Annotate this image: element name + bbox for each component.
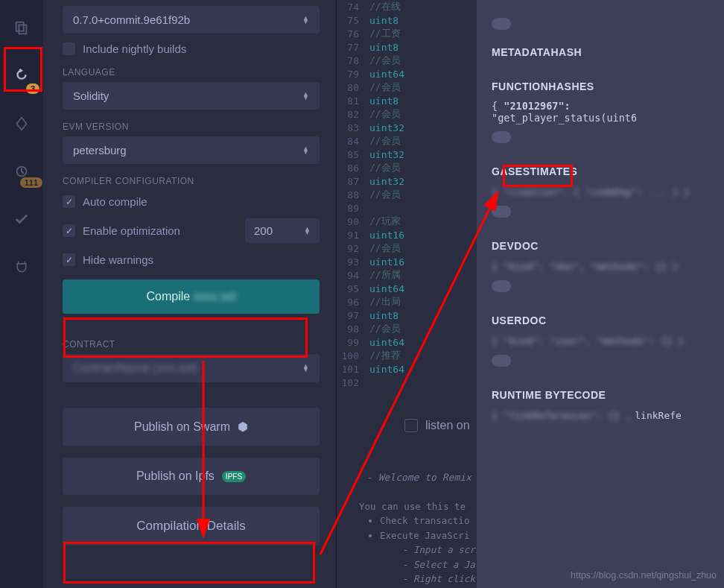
devdoc-content: { "kind": "dev", "methods": {} } bbox=[492, 261, 678, 272]
chevron-updown-icon: ▲▼ bbox=[302, 92, 309, 100]
fn-key: "21012967": bbox=[504, 100, 570, 112]
metadatahash-heading: METADATAHASH bbox=[492, 46, 709, 58]
compilation-details-button[interactable]: Compilation Details bbox=[63, 507, 320, 546]
devdoc-heading: DEVDOC bbox=[492, 240, 709, 252]
chevron-updown-icon: ▲▼ bbox=[302, 364, 309, 372]
publish-ipfs-label: Publish on Ipfs bbox=[136, 470, 215, 483]
copy-pill[interactable] bbox=[492, 18, 511, 30]
link-ref: linkRefe bbox=[635, 410, 682, 421]
deploy-icon[interactable] bbox=[8, 110, 35, 137]
nightly-checkbox-row[interactable]: Include nightly builds bbox=[63, 42, 320, 55]
auto-compile-label: Auto compile bbox=[83, 195, 147, 208]
chevron-updown-icon: ▲▼ bbox=[304, 227, 311, 235]
compiler-version-value: 0.7.0+commit.9e61f92b bbox=[73, 13, 190, 26]
hide-warnings-label: Hide warnings bbox=[83, 253, 153, 266]
functionhashes-heading: FUNCTIONHASHES bbox=[492, 80, 709, 92]
nightly-checkbox[interactable] bbox=[63, 42, 75, 55]
copy-pill[interactable] bbox=[492, 206, 511, 218]
runtime-content: { "linkReferences": {} , linkRefe bbox=[492, 408, 709, 422]
runtime-heading: RUNTIME BYTECODE bbox=[492, 389, 709, 401]
hide-warnings-checkbox[interactable]: ✓ bbox=[63, 253, 75, 266]
auto-compile-row[interactable]: ✓ Auto compile bbox=[63, 195, 320, 208]
compile-prefix: Compile bbox=[146, 290, 190, 303]
enable-opt-label: Enable optimization bbox=[83, 224, 180, 237]
chevron-updown-icon: ▲▼ bbox=[302, 16, 309, 24]
watermark: https://blog.csdn.net/qingshui_zhuo bbox=[571, 570, 717, 581]
copy-pill[interactable] bbox=[492, 131, 511, 143]
opt-runs-value: 200 bbox=[254, 224, 273, 237]
publish-swarm-label: Publish on Swarm bbox=[134, 420, 230, 434]
evm-heading: EVM VERSION bbox=[63, 121, 320, 132]
enable-opt-checkbox[interactable]: ✓ bbox=[63, 224, 75, 237]
copy-pill[interactable] bbox=[492, 355, 511, 367]
compile-target: xxxx.sol bbox=[194, 290, 236, 303]
svg-rect-1 bbox=[19, 25, 26, 34]
icon-sidebar: 3 111 bbox=[0, 0, 43, 588]
ipfs-icon: IPFS bbox=[222, 471, 246, 482]
config-heading: COMPILER CONFIGURATION bbox=[63, 176, 320, 186]
fn-val: "get_player_status(uint6 bbox=[492, 112, 637, 124]
language-heading: LANGUAGE bbox=[63, 67, 320, 78]
compile-badge: 3 bbox=[26, 83, 39, 94]
enable-opt-row[interactable]: ✓ Enable optimization bbox=[63, 224, 235, 237]
swarm-icon: ⬢ bbox=[238, 420, 248, 434]
publish-swarm-button[interactable]: Publish on Swarm ⬢ bbox=[63, 408, 320, 446]
contract-select[interactable]: ContractName (xxx.sol) ▲▼ bbox=[63, 354, 320, 382]
contract-heading: CONTRACT bbox=[63, 339, 320, 350]
compiler-version-select[interactable]: 0.7.0+commit.9e61f92b ▲▼ bbox=[63, 6, 320, 34]
analysis-icon[interactable]: 111 bbox=[8, 158, 35, 185]
publish-ipfs-button[interactable]: Publish on Ipfs IPFS bbox=[63, 458, 320, 495]
chevron-updown-icon: ▲▼ bbox=[302, 147, 309, 154]
auto-compile-checkbox[interactable]: ✓ bbox=[63, 195, 75, 208]
copy-pill[interactable] bbox=[492, 280, 511, 292]
userdoc-content: { "kind": "user", "methods": {} } bbox=[492, 335, 684, 347]
compile-button[interactable]: Compile xxxx.sol bbox=[63, 279, 320, 314]
gasestimates-heading: GASESTIMATES bbox=[492, 165, 709, 177]
files-icon[interactable] bbox=[8, 15, 35, 42]
plugin-icon[interactable] bbox=[8, 253, 35, 280]
functionhash-row: { "21012967": "get_player_status(uint6 bbox=[492, 100, 709, 124]
opt-runs-input[interactable]: 200 ▲▼ bbox=[245, 218, 320, 243]
test-icon[interactable] bbox=[8, 206, 35, 233]
details-overlay: METADATAHASH FUNCTIONHASHES { "21012967"… bbox=[477, 0, 724, 588]
compiler-panel: 0.7.0+commit.9e61f92b ▲▼ Include nightly… bbox=[43, 0, 337, 588]
contract-value: ContractName (xxx.sol) bbox=[73, 361, 197, 375]
svg-rect-0 bbox=[16, 22, 24, 31]
evm-select[interactable]: petersburg ▲▼ bbox=[63, 136, 320, 164]
gas-content: { "creation": { "codeDep": ... } } bbox=[492, 186, 690, 197]
language-value: Solidity bbox=[73, 89, 109, 102]
details-label: Compilation Details bbox=[136, 519, 245, 534]
analysis-badge: 111 bbox=[20, 177, 42, 188]
hide-warnings-row[interactable]: ✓ Hide warnings bbox=[63, 253, 320, 266]
evm-value: petersburg bbox=[73, 144, 127, 157]
userdoc-heading: USERDOC bbox=[492, 314, 709, 326]
compile-icon[interactable]: 3 bbox=[8, 63, 35, 89]
language-select[interactable]: Solidity ▲▼ bbox=[63, 82, 320, 110]
nightly-label: Include nightly builds bbox=[83, 42, 186, 55]
